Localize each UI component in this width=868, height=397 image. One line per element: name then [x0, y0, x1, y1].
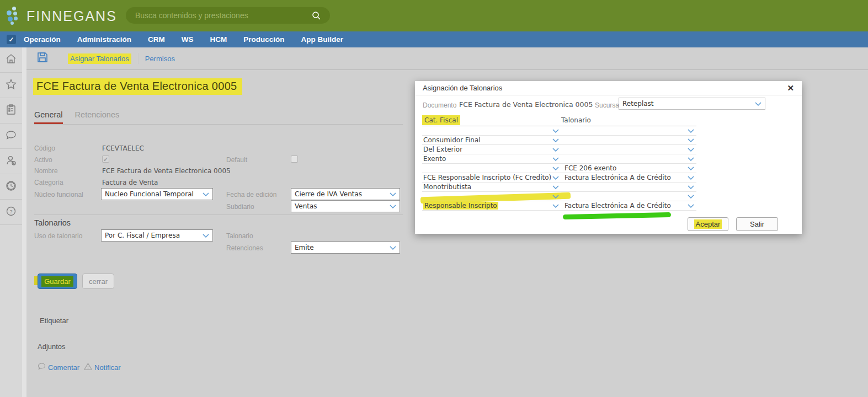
- close-icon[interactable]: ✕: [787, 83, 794, 93]
- salir-button[interactable]: Salir: [736, 217, 778, 231]
- chevron-down-icon: [203, 192, 209, 196]
- chevron-down-icon[interactable]: [552, 195, 559, 198]
- table-row: Monotributista: [422, 183, 696, 192]
- activo-checkbox[interactable]: ✓: [102, 155, 109, 163]
- chevron-down-icon[interactable]: [552, 176, 559, 180]
- sucursal-select[interactable]: Reteplast: [619, 98, 765, 110]
- menu-administracion[interactable]: Administración: [77, 35, 131, 44]
- adjuntos-label[interactable]: Adjuntos: [38, 342, 66, 351]
- activo-label: Activo: [34, 156, 52, 164]
- asignar-talonarios-link[interactable]: Asignar Talonarios: [68, 53, 131, 64]
- nucleo-funcional-select[interactable]: Nucleo Funcional Temporal: [101, 188, 213, 200]
- guardar-label: Guardar: [41, 276, 73, 287]
- main-menu-bar: ✓ Operación Administración CRM WS HCM Pr…: [0, 31, 868, 47]
- etiquetar-label[interactable]: Etiquetar: [40, 316, 68, 325]
- left-sidebar: ?: [0, 47, 26, 397]
- permisos-link[interactable]: Permisos: [145, 55, 175, 63]
- section-divider: [34, 214, 403, 215]
- codigo-label: Código: [34, 144, 55, 152]
- fecha-edicion-select[interactable]: Cierre de IVA Ventas: [291, 188, 400, 200]
- sidebar-messages[interactable]: [0, 124, 22, 149]
- chevron-down-icon[interactable]: [552, 157, 559, 161]
- search-icon[interactable]: [312, 11, 321, 23]
- chevron-down-icon: [755, 102, 762, 106]
- guardar-button[interactable]: Guardar: [38, 273, 77, 289]
- menu-ws[interactable]: WS: [182, 35, 194, 44]
- uso-talonario-label: Uso de talonario: [34, 232, 82, 240]
- sidebar-add-user[interactable]: [0, 149, 22, 174]
- chevron-down-icon[interactable]: [688, 204, 694, 208]
- col-header-cat-fiscal: Cat. Fiscal: [422, 115, 460, 125]
- chevron-down-icon[interactable]: [552, 185, 559, 189]
- menu-app-builder[interactable]: App Builder: [301, 35, 344, 44]
- tasks-checkbox-icon[interactable]: ✓: [7, 35, 16, 44]
- page-title: FCE Factura de Venta Electronica 0005: [33, 78, 242, 95]
- warning-triangle-icon: [84, 363, 92, 372]
- chevron-down-icon[interactable]: [552, 148, 559, 152]
- documento-value: FCE Factura de Venta Electronica 0005: [459, 100, 593, 109]
- talonario-value: Factura Electrónica A de Crédito: [565, 202, 671, 210]
- global-search[interactable]: [126, 7, 330, 24]
- dialog-header: Asignación de Talonarios ✕: [415, 81, 802, 95]
- chevron-down-icon[interactable]: [688, 148, 694, 152]
- menu-crm[interactable]: CRM: [148, 35, 165, 44]
- chevron-down-icon[interactable]: [688, 185, 694, 189]
- sucursal-label: Sucursal: [595, 101, 621, 109]
- chevron-down-icon[interactable]: [688, 157, 694, 161]
- tab-retenciones[interactable]: Retenciones: [75, 110, 120, 124]
- default-label: Default: [226, 156, 247, 164]
- cerrar-button[interactable]: cerrar: [82, 273, 114, 289]
- green-marker-underline: [563, 212, 671, 219]
- chevron-down-icon[interactable]: [688, 129, 694, 133]
- nombre-value: FCE Factura de Venta Electronica 0005: [102, 167, 231, 175]
- menu-produccion[interactable]: Producción: [243, 35, 284, 44]
- talonario-value: Factura Electrónica A de Crédito: [565, 174, 671, 181]
- subdiario-select[interactable]: Ventas: [291, 200, 400, 212]
- tab-bar: General Retenciones: [34, 110, 119, 124]
- tab-general[interactable]: General: [34, 110, 63, 124]
- comentar-label: Comentar: [48, 363, 79, 372]
- home-icon: [5, 53, 17, 67]
- table-row: FCE Responsable Inscripto (Fc Credito) F…: [422, 173, 696, 183]
- finnegans-logo[interactable]: FINNEGANS: [7, 7, 117, 25]
- chevron-down-icon[interactable]: [688, 176, 694, 180]
- uso-talonario-select[interactable]: Por C. Fiscal / Empresa: [101, 229, 213, 242]
- table-row: Exento: [422, 154, 696, 164]
- retenciones-value: Emite: [295, 244, 314, 251]
- cat-fiscal-value: Del Exterior: [423, 146, 462, 153]
- chevron-down-icon[interactable]: [552, 167, 559, 170]
- menu-hcm[interactable]: HCM: [210, 35, 227, 44]
- notificar-link[interactable]: Notificar: [84, 363, 121, 372]
- sidebar-tasks[interactable]: [0, 98, 22, 124]
- sidebar-home[interactable]: [0, 47, 22, 73]
- uso-talonario-value: Por C. Fiscal / Empresa: [105, 232, 180, 239]
- cat-fiscal-value: Exento: [423, 155, 446, 163]
- menu-operacion[interactable]: Operación: [24, 35, 61, 44]
- default-checkbox[interactable]: [291, 155, 298, 163]
- chevron-down-icon: [390, 205, 396, 208]
- retenciones-select[interactable]: Emite: [291, 242, 400, 254]
- talonario-value: FCE 206 exento: [565, 164, 616, 172]
- user-plus-icon: [5, 154, 17, 169]
- table-row: [422, 192, 696, 201]
- chevron-down-icon[interactable]: [688, 167, 694, 170]
- retenciones-label: Retenciones: [226, 244, 263, 252]
- codigo-value: FCEVTAELEC: [102, 144, 144, 152]
- search-input[interactable]: [126, 7, 330, 24]
- chevron-down-icon[interactable]: [688, 195, 694, 198]
- chevron-down-icon[interactable]: [552, 204, 559, 208]
- sidebar-favorites[interactable]: [0, 73, 22, 98]
- chevron-down-icon[interactable]: [688, 138, 694, 142]
- aceptar-button[interactable]: Aceptar: [688, 217, 728, 231]
- cat-fiscal-value: Responsable Inscripto: [423, 202, 498, 210]
- cat-fiscal-value: Consumidor Final: [423, 136, 481, 144]
- chevron-down-icon: [203, 234, 209, 238]
- comentar-link[interactable]: Comentar: [38, 363, 79, 372]
- save-icon[interactable]: [36, 51, 49, 66]
- chevron-down-icon[interactable]: [552, 129, 559, 133]
- chevron-down-icon[interactable]: [552, 138, 559, 142]
- star-icon: [5, 78, 17, 93]
- aceptar-label: Aceptar: [694, 219, 722, 229]
- sidebar-history[interactable]: [0, 174, 22, 200]
- sidebar-help[interactable]: ?: [0, 200, 22, 225]
